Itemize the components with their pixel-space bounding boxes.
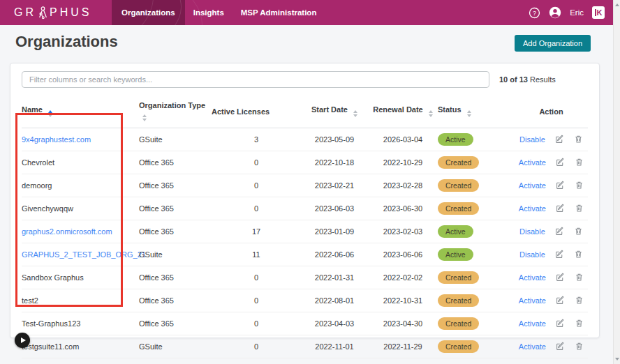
guide-play-button[interactable] <box>15 333 30 348</box>
edit-icon[interactable] <box>556 204 565 214</box>
renewal-date-value: 2022-02-02 <box>383 273 422 282</box>
delete-icon[interactable] <box>575 296 584 306</box>
filter-search-input[interactable] <box>22 71 489 88</box>
renewal-date-value: 2023-06-06 <box>383 250 422 259</box>
column-header-renewal-date[interactable]: Renewal Date <box>368 97 438 128</box>
org-name-link[interactable]: GRAPHUS_2_TEST_JOB_ORG_21 <box>22 250 146 259</box>
status-badge: Created <box>438 271 479 284</box>
help-icon[interactable]: ? <box>529 7 540 19</box>
edit-icon[interactable] <box>556 319 565 329</box>
sort-icon[interactable] <box>142 114 147 121</box>
org-type-value: GSuite <box>139 342 163 351</box>
app-window: GR PHUS Organizations Insights MSP Admin… <box>0 0 620 364</box>
nav-tab-label: MSP Administration <box>241 8 317 17</box>
activate-disable-link[interactable]: Activate <box>519 319 546 328</box>
column-header-organization-type[interactable]: Organization Type <box>139 97 212 128</box>
nav-tab-msp-administration[interactable]: MSP Administration <box>232 0 325 25</box>
start-date-value: 2023-05-09 <box>315 135 354 144</box>
activate-disable-link[interactable]: Disable <box>519 135 545 144</box>
delete-icon[interactable] <box>575 204 584 214</box>
table-row: Chevrolet Office 365 0 2022-10-18 2022-1… <box>22 151 588 174</box>
activate-disable-link[interactable]: Activate <box>519 273 546 282</box>
activate-disable-link[interactable]: Activate <box>519 296 546 305</box>
column-header-name[interactable]: Name <box>22 97 139 128</box>
delete-icon[interactable] <box>575 158 584 168</box>
active-licenses-value: 0 <box>254 158 258 167</box>
kaseya-badge-letter: K <box>597 9 603 17</box>
edit-icon[interactable] <box>556 296 565 306</box>
org-type-value: Office 365 <box>139 227 174 236</box>
column-label: Organization Type <box>139 101 205 109</box>
org-name-link[interactable]: Givenchywqqw <box>22 204 73 213</box>
edit-icon[interactable] <box>556 181 565 191</box>
column-header-start-date[interactable]: Start Date <box>301 97 368 128</box>
delete-icon[interactable] <box>574 135 583 145</box>
activate-disable-link[interactable]: Activate <box>519 181 546 190</box>
active-licenses-value: 0 <box>254 296 258 305</box>
column-label: Start Date <box>311 105 348 114</box>
start-date-value: 2022-06-06 <box>315 250 354 259</box>
renewal-date-value: 2022-10-31 <box>383 296 422 305</box>
scrollbar-up-icon[interactable] <box>615 3 619 6</box>
org-name-link[interactable]: testgsuite11.com <box>22 342 79 351</box>
status-badge: Created <box>438 202 479 215</box>
renewal-date-value: 2023-04-30 <box>383 319 422 328</box>
header-right-cluster: ? Eric K <box>529 0 605 25</box>
sort-icon[interactable] <box>353 110 357 117</box>
add-organization-button[interactable]: Add Organization <box>515 35 591 52</box>
column-header-action: Action <box>515 97 588 128</box>
column-label: Action <box>539 107 563 116</box>
sort-icon[interactable] <box>467 110 471 117</box>
nav-tab-label: Insights <box>193 8 224 17</box>
delete-icon[interactable] <box>575 319 584 329</box>
delete-icon[interactable] <box>575 273 584 283</box>
start-date-value: 2022-10-18 <box>315 158 354 167</box>
page-scrollbar[interactable] <box>613 0 620 364</box>
edit-icon[interactable] <box>555 250 564 260</box>
logo-graph-a-icon <box>38 6 48 20</box>
delete-icon[interactable] <box>574 227 583 237</box>
sort-icon[interactable] <box>429 110 433 117</box>
table-row: graphus2.onmicrosoft.com Office 365 17 2… <box>22 220 588 243</box>
edit-icon[interactable] <box>556 158 565 168</box>
org-name-link[interactable]: Sandbox Graphus <box>22 273 84 282</box>
status-badge: Active <box>438 225 473 238</box>
kaseya-badge-icon[interactable]: K <box>592 6 605 19</box>
edit-icon[interactable] <box>555 227 564 237</box>
activate-disable-link[interactable]: Activate <box>519 342 546 351</box>
org-name-link[interactable]: demoorg <box>22 181 52 190</box>
sort-asc-icon[interactable] <box>48 110 52 117</box>
org-name-link[interactable]: graphus2.onmicrosoft.com <box>22 227 112 236</box>
activate-disable-link[interactable]: Disable <box>519 250 545 259</box>
column-header-status[interactable]: Status <box>438 97 515 128</box>
renewal-date-value: 2026-03-04 <box>383 135 422 144</box>
renewal-date-value: 2023-02-28 <box>383 181 422 190</box>
scrollbar-down-icon[interactable] <box>615 358 619 361</box>
activate-disable-link[interactable]: Activate <box>519 204 546 213</box>
user-avatar-icon[interactable] <box>549 6 561 19</box>
active-licenses-value: 0 <box>254 319 258 328</box>
org-name-link[interactable]: Test-Graphus123 <box>22 319 80 328</box>
edit-icon[interactable] <box>556 273 565 283</box>
column-label: Status <box>438 105 462 114</box>
org-type-value: Office 365 <box>139 273 174 282</box>
activate-disable-link[interactable]: Disable <box>519 227 545 236</box>
nav-tab-organizations[interactable]: Organizations <box>112 0 185 25</box>
renewal-date-value: 2023-02-03 <box>383 227 422 236</box>
edit-icon[interactable] <box>555 135 564 145</box>
delete-icon[interactable] <box>575 181 584 191</box>
nav-tab-insights[interactable]: Insights <box>185 0 232 25</box>
org-name-link[interactable]: Chevrolet <box>22 158 54 167</box>
org-name-link[interactable]: 9x4graphustest.com <box>22 135 91 144</box>
active-licenses-value: 11 <box>252 250 260 259</box>
activate-disable-link[interactable]: Activate <box>519 158 546 167</box>
user-name: Eric <box>570 8 584 17</box>
start-date-value: 2023-01-09 <box>315 227 354 236</box>
org-name-link[interactable]: test2 <box>22 296 38 305</box>
edit-icon[interactable] <box>556 342 565 352</box>
delete-icon[interactable] <box>574 250 583 260</box>
column-header-active-licenses: Active Licenses <box>212 97 301 128</box>
delete-icon[interactable] <box>575 342 584 352</box>
logo-text: PHUS <box>50 6 91 19</box>
renewal-date-value: 2023-06-30 <box>383 204 422 213</box>
